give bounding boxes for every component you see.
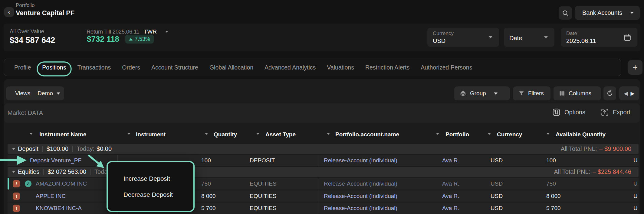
cell-portfolio[interactable]: Ava R. bbox=[442, 203, 459, 214]
search-icon bbox=[562, 10, 569, 16]
column-header-quantity[interactable]: Quantity bbox=[214, 131, 237, 138]
table-row-deposit-venture-pf[interactable]: Deposit Venture_PF100DEPOSITRelease-Acco… bbox=[8, 155, 639, 166]
date-picker[interactable]: Date 2025.06.11 bbox=[561, 28, 637, 47]
tab-restriction-alerts[interactable]: Restriction Alerts bbox=[365, 64, 409, 71]
cell-clipped-next-column: U bbox=[633, 155, 638, 166]
cell-account-name[interactable]: Release-Account (Individual) bbox=[324, 155, 397, 166]
column-menu-icon[interactable] bbox=[30, 133, 33, 135]
arrow-right-icon[interactable]: ▶ bbox=[631, 90, 635, 97]
column-header-available-quantity[interactable]: Available Quantity bbox=[556, 131, 606, 138]
group-button[interactable]: Group bbox=[454, 86, 510, 100]
cell-clipped-next-column: U bbox=[633, 178, 638, 190]
search-button[interactable] bbox=[559, 6, 572, 20]
tab-orders[interactable]: Orders bbox=[122, 64, 140, 71]
options-label: Options bbox=[564, 109, 585, 116]
collapse-group-icon[interactable] bbox=[12, 171, 15, 173]
filters-button[interactable]: Filters bbox=[513, 86, 550, 100]
pan-columns-control[interactable]: ◀ ▶ bbox=[619, 86, 639, 100]
views-selector[interactable]: Views Demo bbox=[6, 86, 64, 100]
arrow-left-icon[interactable]: ◀ bbox=[624, 90, 628, 97]
tab-advanced-analytics[interactable]: Advanced Analytics bbox=[264, 64, 316, 71]
tab-account-structure[interactable]: Account Structure bbox=[151, 64, 198, 71]
add-tab-button[interactable]: + bbox=[628, 60, 642, 75]
group-today-value: $0.00 bbox=[97, 145, 112, 152]
column-menu-icon[interactable] bbox=[436, 133, 439, 135]
tab-positions[interactable]: Positions bbox=[42, 64, 66, 71]
alert-icon[interactable]: ! bbox=[13, 180, 20, 187]
tab-transactions[interactable]: Transactions bbox=[77, 64, 111, 71]
column-header-instrument[interactable]: Instrument bbox=[136, 131, 166, 138]
divider bbox=[82, 29, 82, 45]
cell-quantity: 8 000 bbox=[201, 190, 216, 202]
table-row-amazon-com-inc[interactable]: !AMAZON.COM INC750EQUITIESRelease-Accoun… bbox=[8, 178, 639, 190]
column-menu-icon[interactable] bbox=[547, 133, 550, 135]
alert-icon[interactable]: ! bbox=[13, 205, 20, 212]
collapse-group-icon[interactable] bbox=[12, 148, 15, 150]
column-menu-icon[interactable] bbox=[205, 133, 208, 135]
column-menu-icon[interactable] bbox=[488, 133, 491, 135]
group-pnl-label: All Total PNL: bbox=[561, 145, 597, 152]
cell-account-name[interactable]: Release-Account (Individual) bbox=[324, 178, 397, 190]
cell-instrument-name[interactable]: Deposit Venture_PF bbox=[30, 155, 81, 166]
cell-currency: USD bbox=[491, 155, 503, 166]
market-data-bar bbox=[4, 103, 640, 123]
export-button[interactable]: Export bbox=[601, 108, 630, 116]
columns-button[interactable]: Columns bbox=[554, 86, 601, 100]
group-row-deposit[interactable]: Deposit$100.00Today:$0.00All Total PNL:–… bbox=[8, 144, 639, 154]
column-header-portfolio-account-name[interactable]: Portfolio.account.name bbox=[335, 131, 399, 138]
return-change-value: 7.53% bbox=[135, 36, 150, 42]
date-value: 2025.06.11 bbox=[566, 37, 632, 44]
cell-currency: USD bbox=[491, 190, 503, 202]
tab-authorized-persons[interactable]: Authorized Persons bbox=[421, 64, 472, 71]
currency-dropdown[interactable]: Currency USD bbox=[427, 28, 499, 47]
group-pnl: All Total PNL:– $9 900.00 bbox=[561, 145, 631, 152]
tab-global-allocation[interactable]: Global Allocation bbox=[209, 64, 253, 71]
cell-account-name[interactable]: Release-Account (Individual) bbox=[324, 190, 397, 202]
cell-portfolio[interactable]: Ava R. bbox=[442, 190, 459, 202]
divider bbox=[43, 169, 44, 175]
options-button[interactable]: Options bbox=[552, 108, 585, 116]
cell-quantity: 750 bbox=[201, 178, 211, 190]
cell-clipped-next-column: U bbox=[633, 190, 638, 202]
column-header-instrument-name[interactable]: Instrument Name bbox=[39, 131, 86, 138]
divider bbox=[42, 146, 43, 152]
bank-accounts-dropdown[interactable]: Bank Accounts bbox=[575, 6, 640, 20]
cell-portfolio[interactable]: Ava R. bbox=[442, 155, 459, 166]
column-header-portfolio[interactable]: Portfolio bbox=[445, 131, 469, 138]
all-over-value-label: All Over Value bbox=[10, 28, 44, 35]
context-menu-item-decrease-deposit[interactable]: Decrease Deposit bbox=[123, 190, 193, 199]
back-button[interactable]: ‹ bbox=[4, 7, 14, 17]
cell-instrument-name[interactable]: AMAZON.COM INC bbox=[36, 178, 87, 190]
cell-portfolio[interactable]: Ava R. bbox=[442, 178, 459, 190]
tab-valuations[interactable]: Valuations bbox=[327, 64, 354, 71]
alert-icon[interactable]: ! bbox=[13, 193, 20, 200]
cell-instrument-name[interactable]: KNOWBE4 INC-A bbox=[36, 203, 82, 214]
column-divider bbox=[318, 155, 318, 166]
group-label: Group bbox=[470, 90, 486, 97]
column-header-currency[interactable]: Currency bbox=[497, 131, 522, 138]
table-row-knowbe4-inc-a[interactable]: !KNOWBE4 INC-A5 700EQUITIESRelease-Accou… bbox=[8, 203, 639, 214]
column-divider bbox=[318, 203, 318, 214]
chevron-down-icon bbox=[494, 92, 498, 95]
column-divider bbox=[318, 178, 318, 190]
arrow-up-icon bbox=[129, 38, 133, 41]
cell-available-quantity: 100 bbox=[546, 155, 556, 166]
cell-account-name[interactable]: Release-Account (Individual) bbox=[324, 203, 397, 214]
table-row-apple-inc[interactable]: !APPLE INC8 000EQUITIESRelease-Account (… bbox=[8, 190, 639, 202]
tab-profile[interactable]: Profile bbox=[14, 64, 31, 71]
cell-instrument-name[interactable]: APPLE INC bbox=[36, 190, 66, 202]
group-row-equities[interactable]: Equities$2 072 563.00Today:All Total PNL… bbox=[8, 167, 639, 177]
column-menu-icon[interactable] bbox=[327, 133, 330, 135]
cell-asset-type: DEPOSIT bbox=[250, 155, 275, 166]
group-total: $2 072 563.00 bbox=[48, 168, 86, 175]
date-mode-label: Date bbox=[509, 35, 549, 42]
date-mode-dropdown[interactable]: Date bbox=[504, 28, 554, 47]
return-method-dropdown-icon[interactable] bbox=[165, 31, 168, 33]
deposit-context-menu: Increase DepositDecrease Deposit bbox=[107, 161, 195, 212]
column-menu-icon[interactable] bbox=[256, 133, 259, 135]
refresh-button[interactable] bbox=[603, 86, 616, 100]
column-header-asset-type[interactable]: Asset Type bbox=[265, 131, 296, 138]
bank-accounts-label: Bank Accounts bbox=[582, 9, 622, 16]
column-menu-icon[interactable] bbox=[127, 133, 130, 135]
context-menu-item-increase-deposit[interactable]: Increase Deposit bbox=[123, 174, 193, 183]
